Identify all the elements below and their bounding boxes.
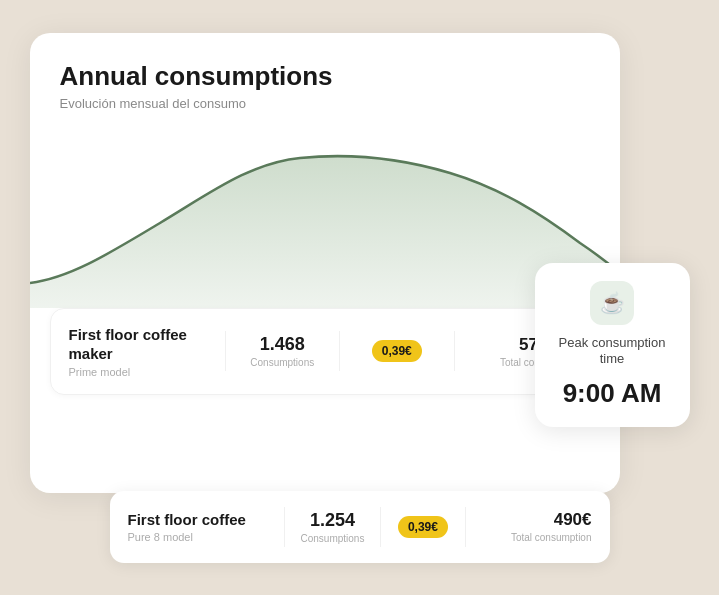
row1-price: 0,39€ [356,340,438,362]
card-title: Annual consumptions [60,61,590,92]
card-subtitle: Evolución mensual del consumo [60,96,590,111]
peak-time: 9:00 AM [551,378,674,409]
peak-card: ☕ Peak consumption time 9:00 AM [535,263,690,428]
row1-price-badge: 0,39€ [372,340,422,362]
row1-consumptions-label: Consumptions [242,357,324,368]
divider4 [284,507,285,547]
row2-model: Pure 8 model [128,531,268,543]
divider2 [339,331,340,371]
divider6 [465,507,466,547]
row1-model: Prime model [69,366,209,378]
second-row-card: First floor coffee Pure 8 model 1.254 Co… [110,491,610,563]
row1-consumptions: 1.468 Consumptions [242,334,324,368]
row2-consumptions-label: Consumptions [301,533,365,544]
row1-consumptions-value: 1.468 [242,334,324,355]
peak-label: Peak consumption time [551,335,674,369]
divider3 [454,331,455,371]
coffee-cup-icon: ☕ [600,291,625,315]
row2-price: 0,39€ [397,516,448,538]
row2-consumptions-value: 1.254 [301,510,365,531]
coffee-icon: ☕ [590,281,634,325]
divider1 [225,331,226,371]
chart-area [30,123,620,308]
divider5 [380,507,381,547]
row2-total-value: 490€ [482,510,592,530]
row2-name: First floor coffee Pure 8 model [128,510,268,544]
row2-price-badge: 0,39€ [398,516,448,538]
table-row: First floor coffee maker Prime model 1.4… [50,308,600,395]
row2-name-primary: First floor coffee [128,510,268,530]
data-rows: First floor coffee maker Prime model 1.4… [30,308,620,415]
row2-total: 490€ Total consumption [482,510,592,543]
row1-name-primary: First floor coffee maker [69,325,209,364]
row1-name: First floor coffee maker Prime model [69,325,209,378]
row2-total-label: Total consumption [482,532,592,543]
row2-consumptions: 1.254 Consumptions [301,510,365,544]
main-card: Annual consumptions Evolución mensual de… [30,33,620,493]
card-header: Annual consumptions Evolución mensual de… [30,33,620,123]
